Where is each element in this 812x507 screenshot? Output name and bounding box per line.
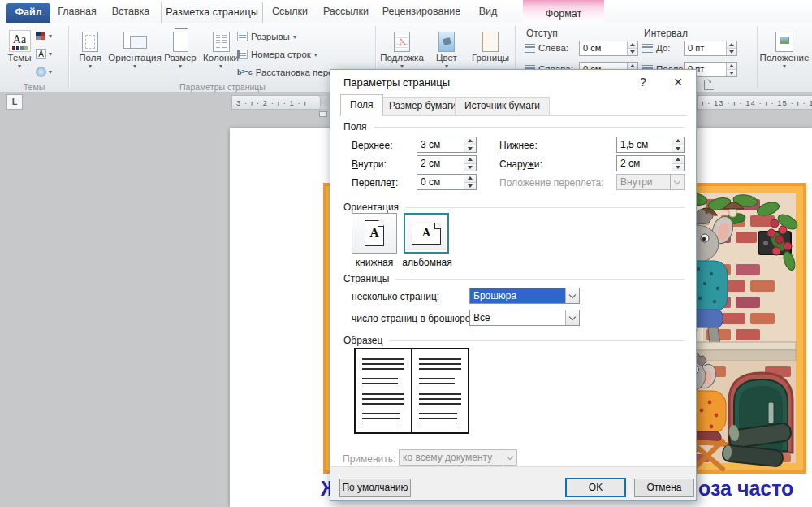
chevron-down-icon: ▾ [293, 33, 296, 41]
spinner-arrows-icon[interactable] [726, 41, 736, 55]
indent-marker-icon[interactable] [318, 96, 328, 109]
chevron-down-icon[interactable] [565, 288, 579, 303]
spacing-group-label: Интервал [644, 28, 688, 39]
theme-effects-icon [36, 67, 46, 77]
position-button[interactable]: Положение ▾ [760, 26, 809, 80]
chevron-down-icon [503, 450, 516, 465]
theme-fonts-button[interactable]: A ▾ [36, 46, 52, 62]
spinner-arrows-icon[interactable] [672, 156, 684, 171]
margins-button[interactable]: Поля ▾ [73, 26, 107, 80]
spinner-arrows-icon[interactable] [464, 137, 476, 152]
position-icon [775, 26, 793, 52]
tab-references[interactable]: Ссылки [266, 2, 313, 23]
apply-to-dropdown: ко всему документу [399, 449, 517, 466]
sheets-per-booklet-label: число страниц в брошюре: [352, 313, 473, 324]
ok-button[interactable]: OK [565, 478, 626, 497]
preview-page-lines [362, 413, 400, 423]
chevron-down-icon[interactable] [565, 310, 579, 325]
gutter-label: Переплет: [352, 177, 398, 188]
margin-top-label: Верхнее: [352, 140, 393, 151]
gutter-position-label: Положение переплета: [499, 177, 603, 188]
preview-left-page [354, 348, 412, 434]
margin-outside-spinner[interactable]: 2 см [616, 155, 685, 171]
tab-stop-selector[interactable]: L [6, 94, 23, 110]
page-borders-icon [482, 26, 499, 52]
tab-page-layout[interactable]: Разметка страницы [161, 2, 263, 23]
margin-inside-spinner[interactable]: 2 см [417, 155, 477, 171]
tab-home[interactable]: Главная [52, 2, 102, 23]
indent-left-label: Слева: [538, 43, 568, 53]
orientation-button[interactable]: Ориентация ▾ [109, 26, 161, 80]
spinner-arrows-icon[interactable] [672, 137, 684, 152]
sheets-per-booklet-dropdown[interactable]: Все [469, 310, 580, 326]
chevron-down-icon: ▾ [400, 63, 404, 69]
close-icon[interactable]: ✕ [665, 74, 691, 91]
apply-to-label: Применить: [343, 453, 395, 465]
size-icon [173, 26, 188, 52]
preview-section-legend: Образец [343, 335, 685, 346]
help-icon[interactable]: ? [634, 74, 652, 91]
landscape-label: альбомная [402, 257, 452, 268]
chevron-down-icon: ▾ [49, 50, 52, 58]
columns-button[interactable]: Колонки ▾ [200, 26, 242, 80]
orientation-landscape-tile[interactable]: A [404, 213, 449, 254]
indent-left-icon [525, 44, 535, 53]
tab-review[interactable]: Рецензирование [378, 2, 464, 23]
chevron-down-icon: ▾ [49, 68, 52, 76]
page-color-icon [438, 26, 455, 52]
spacing-before-spinner[interactable]: 0 пт [684, 41, 737, 56]
margin-bottom-spinner[interactable]: 1,5 см [616, 136, 685, 153]
margins-section-legend: Поля [343, 121, 685, 132]
preview-page-lines [419, 358, 461, 373]
tab-file[interactable]: Файл [6, 3, 50, 23]
horizontal-ruler-left[interactable]: 3 · ı · 2 · ı · 1 · ı [231, 95, 321, 110]
margin-outside-label: Снаружи: [499, 158, 542, 170]
set-default-button[interactable]: По умолчанию [339, 479, 411, 497]
indent-left-spinner[interactable]: 0 см [579, 41, 638, 56]
multiple-pages-label: несколько страниц: [352, 291, 439, 302]
theme-colors-button[interactable]: ▾ [36, 28, 52, 44]
orientation-portrait-tile[interactable]: A [352, 213, 397, 254]
tab-mailings[interactable]: Рассылки [318, 2, 374, 23]
theme-effects-button[interactable]: ▾ [36, 63, 52, 80]
spinner-arrows-icon[interactable] [627, 41, 637, 55]
chevron-down-icon [670, 175, 684, 189]
preview-page-lines [362, 358, 404, 373]
line-numbers-button[interactable]: Номера строк ▾ [237, 47, 317, 62]
columns-icon [213, 26, 230, 52]
dialog-tab-paper-source[interactable]: Источник бумаги [455, 97, 550, 115]
hyphenation-icon: bᵃ⁻c [237, 68, 253, 76]
theme-fonts-icon: A [36, 49, 46, 59]
pages-section-legend: Страницы [343, 273, 685, 284]
dialog-tab-margins[interactable]: Поля [340, 94, 383, 116]
preview-page-lines [362, 378, 398, 388]
tab-insert[interactable]: Вставка [106, 2, 156, 23]
size-button[interactable]: Размер ▾ [162, 26, 198, 80]
gutter-position-dropdown: Внутри [616, 174, 685, 190]
paragraph-dialog-launcher-icon[interactable] [704, 80, 714, 90]
themes-icon: Aa [9, 26, 31, 52]
portrait-page-icon: A [365, 220, 384, 246]
dialog-tab-paper-size[interactable]: Размер бумаги [379, 97, 466, 115]
left-indent-box-icon[interactable] [319, 111, 327, 117]
margin-top-spinner[interactable]: 3 см [417, 136, 477, 153]
spinner-arrows-icon[interactable] [726, 63, 736, 76]
group-divider [757, 26, 758, 88]
cancel-button[interactable]: Отмена [634, 479, 694, 497]
gutter-spinner[interactable]: 0 см [417, 174, 477, 190]
dialog-title: Параметры страницы [343, 76, 450, 89]
line-numbers-icon [237, 50, 248, 59]
tab-view[interactable]: Вид [469, 2, 507, 23]
spinner-arrows-icon[interactable] [464, 175, 476, 189]
tab-format-contextual[interactable]: Формат [523, 0, 604, 23]
preview-page-lines [419, 378, 455, 388]
breaks-button[interactable]: Разрывы ▾ [237, 29, 296, 44]
theme-colors-icon [36, 32, 46, 41]
group-divider [68, 26, 69, 88]
indent-group-label: Отступ [526, 28, 558, 39]
spinner-arrows-icon[interactable] [464, 156, 476, 171]
chevron-down-icon: ▾ [219, 63, 222, 69]
multiple-pages-dropdown[interactable]: Брошюра [469, 288, 580, 304]
themes-button[interactable]: Aa Темы ▾ [5, 26, 34, 80]
horizontal-ruler-right[interactable]: ı · 13 · ı · 14 · ı · 15 · ı · 16 [697, 95, 812, 110]
